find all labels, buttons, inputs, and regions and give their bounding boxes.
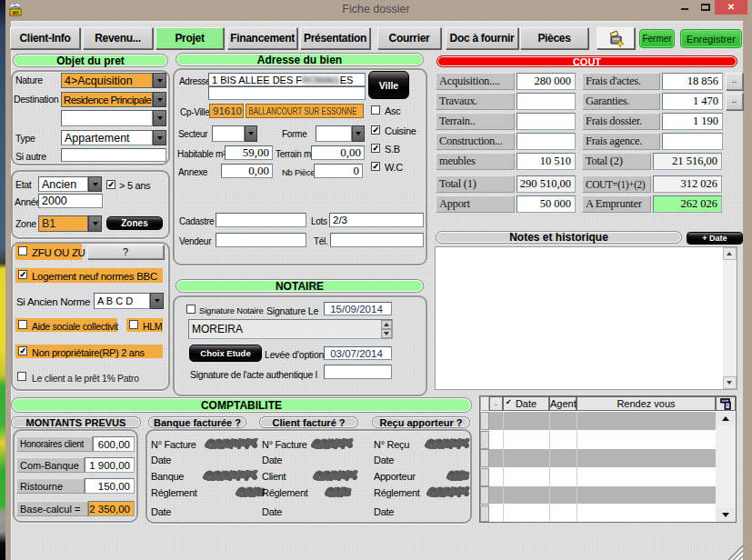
svg-text:WI: WI: [12, 10, 19, 15]
